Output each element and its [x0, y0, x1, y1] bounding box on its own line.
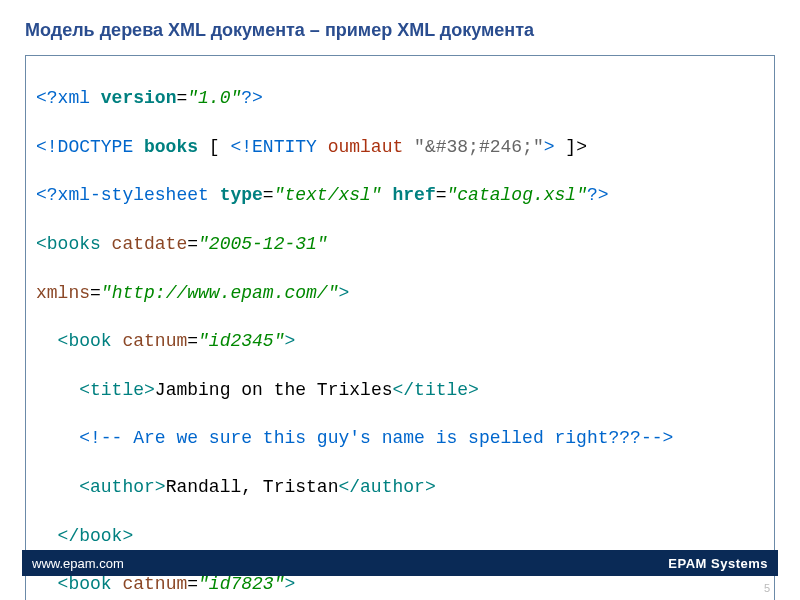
footer-brand: EPAM Systems	[668, 556, 768, 571]
page-number: 5	[764, 582, 770, 594]
code-line: <author>Randall, Tristan</author>	[36, 475, 764, 499]
code-line: <book catnum="id2345">	[36, 329, 764, 353]
slide: Модель дерева XML документа – пример XML…	[0, 0, 800, 600]
code-line: <?xml version="1.0"?>	[36, 86, 764, 110]
code-block: <?xml version="1.0"?> <!DOCTYPE books [ …	[25, 55, 775, 600]
code-line: <!-- Are we sure this guy's name is spel…	[36, 426, 764, 450]
code-line: <?xml-stylesheet type="text/xsl" href="c…	[36, 183, 764, 207]
code-line: xmlns="http://www.epam.com/">	[36, 281, 764, 305]
code-line: <title>Jambing on the Trixles</title>	[36, 378, 764, 402]
code-line: <!DOCTYPE books [ <!ENTITY oumlaut "&#38…	[36, 135, 764, 159]
code-line: <books catdate="2005-12-31"	[36, 232, 764, 256]
footer-url: www.epam.com	[32, 556, 124, 571]
footer-bar: www.epam.com EPAM Systems	[22, 550, 778, 576]
code-line: </book>	[36, 524, 764, 548]
slide-title: Модель дерева XML документа – пример XML…	[25, 20, 775, 41]
